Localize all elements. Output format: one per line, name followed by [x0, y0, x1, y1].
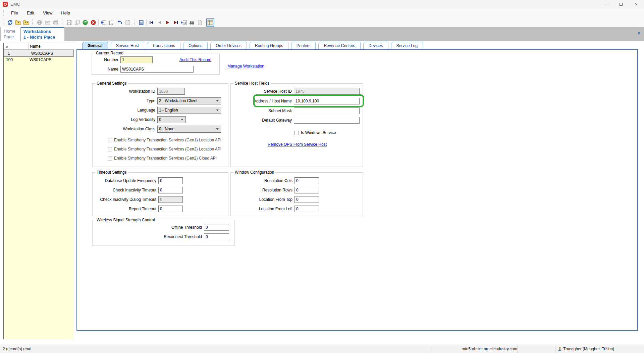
- first-record-icon[interactable]: [148, 18, 156, 27]
- type-select[interactable]: 2 - Workstation Client: [157, 97, 221, 104]
- window-title: EMC: [10, 2, 20, 7]
- menu-edit[interactable]: Edit: [22, 9, 39, 17]
- refresh-icon[interactable]: [6, 18, 14, 27]
- tab-devices[interactable]: Devices: [363, 42, 388, 49]
- chevron-down-icon: [216, 109, 219, 111]
- toolbar-grip-handle[interactable]: [134, 19, 135, 25]
- minimize-button[interactable]: [598, 0, 613, 8]
- number-field[interactable]: 1: [120, 56, 153, 63]
- record-row-100[interactable]: 100 WS01CAPS: [4, 57, 74, 63]
- menu-grip-handle[interactable]: [3, 10, 5, 16]
- tab-routing-groups[interactable]: Routing Groups: [250, 42, 288, 49]
- save-icon: [65, 18, 73, 27]
- logged-in-user-text: Tmeagher (Meagher, Trisha): [563, 347, 614, 351]
- log-verbosity-label: Log Verbosity: [95, 117, 155, 122]
- restore-button[interactable]: [613, 0, 629, 8]
- distribute-icon[interactable]: [100, 18, 108, 27]
- tab-home-page[interactable]: Home Page: [1, 27, 20, 41]
- gen2-cloud-api-checkbox: [108, 156, 112, 161]
- timeout-settings-group: Timeout Settings Database Update Frequen…: [92, 172, 228, 216]
- gen1-location-api-label: Enable Simphony Transaction Services (Ge…: [114, 138, 221, 142]
- tab-order-devices[interactable]: Order Devices: [210, 42, 247, 49]
- location-from-left-field[interactable]: 0: [294, 206, 319, 212]
- goto-record-icon[interactable]: 14: [180, 18, 188, 27]
- location-from-top-field[interactable]: 0: [294, 196, 319, 203]
- remote-icon: [36, 18, 44, 27]
- toolbar-grip-handle[interactable]: [62, 19, 63, 25]
- find-record-icon[interactable]: [188, 18, 196, 27]
- audit-this-record-link[interactable]: Audit This Record: [179, 57, 211, 62]
- address-host-name-field[interactable]: 10.100.9.100: [294, 98, 360, 104]
- location-from-left-label: Location From Left: [233, 207, 292, 211]
- report-timeout-field[interactable]: 0: [158, 206, 183, 212]
- offline-threshold-field[interactable]: 0: [204, 224, 229, 231]
- database-update-frequency-field[interactable]: 0: [158, 177, 183, 184]
- tab-service-host[interactable]: Service Host: [111, 42, 144, 49]
- window-configuration-group: Window Configuration Resolution Cols 0 R…: [230, 172, 363, 216]
- table-view-icon[interactable]: [206, 18, 214, 27]
- menu-help[interactable]: Help: [57, 9, 74, 17]
- tab-revenue-centers[interactable]: Revenue Centers: [318, 42, 360, 49]
- close-button[interactable]: ×: [629, 0, 644, 8]
- record-row-1[interactable]: 1 WS01CAPS: [4, 50, 74, 57]
- reconnect-threshold-field[interactable]: 0: [204, 233, 229, 240]
- undo-icon[interactable]: [116, 18, 124, 27]
- minimize-icon: [604, 4, 607, 4]
- tab-options[interactable]: Options: [183, 42, 208, 49]
- toolbar-separator: [98, 19, 99, 26]
- type-select-value: 2 - Workstation Client: [159, 98, 198, 103]
- log-verbosity-select[interactable]: 0: [157, 116, 186, 123]
- column-header-number[interactable]: #: [4, 43, 28, 49]
- default-gateway-field[interactable]: [294, 117, 360, 124]
- resolution-rows-field[interactable]: 0: [294, 187, 319, 193]
- is-windows-service-checkbox[interactable]: [294, 131, 299, 135]
- name-label: Name: [95, 67, 118, 72]
- module-tab-strip: General Service Host Transactions Option…: [82, 42, 423, 49]
- toolbar-grip-handle[interactable]: [32, 19, 34, 25]
- previous-record-icon: [156, 18, 164, 27]
- records-read-status: 2 record(s) read.: [0, 347, 431, 351]
- name-field[interactable]: WS01CAPS: [120, 66, 194, 73]
- last-record-icon[interactable]: [172, 18, 180, 27]
- log-verbosity-select-value: 0: [159, 117, 161, 122]
- tab-printers[interactable]: Printers: [291, 42, 316, 49]
- language-label: Language: [95, 108, 155, 113]
- tab-workstations[interactable]: Workstations 1 - Nick's Place: [21, 27, 64, 41]
- delete-record-icon[interactable]: [89, 18, 97, 27]
- calculator-icon[interactable]: [137, 18, 145, 27]
- current-record-group: Current Record Number 1 Audit This Recor…: [92, 53, 220, 75]
- timeout-settings-title: Timeout Settings: [95, 170, 128, 175]
- check-inactivity-timeout-field[interactable]: 0: [158, 187, 183, 193]
- tab-home-page-line2: Page: [4, 34, 17, 40]
- status-bar: 2 record(s) read. mtu5-ohsim.oracleindus…: [0, 345, 644, 353]
- close-tab-icon[interactable]: ×: [638, 31, 641, 36]
- toolbar-grip-handle[interactable]: [3, 19, 4, 25]
- remove-ops-link[interactable]: Remove OPS From Service Host: [268, 142, 327, 147]
- goto-record-number: 14: [183, 21, 186, 24]
- chevron-down-icon: [216, 128, 219, 130]
- insert-record-template-icon[interactable]: *: [14, 18, 22, 27]
- workstation-class-select[interactable]: 0 - None: [157, 126, 221, 133]
- post-record-icon[interactable]: [81, 18, 89, 27]
- tab-transactions[interactable]: Transactions: [147, 42, 180, 49]
- copy-record-template-icon[interactable]: **: [22, 18, 30, 27]
- record-number: 1: [5, 51, 30, 56]
- workstation-class-label: Workstation Class: [95, 127, 155, 131]
- title-bar: EMC ×: [0, 0, 644, 8]
- workstation-record-list: # Name 1 WS01CAPS 100 WS01CAPS: [3, 43, 74, 339]
- service-host-fields-title: Service Host Fields: [233, 81, 271, 86]
- manage-workstation-link[interactable]: Manage Workstation: [227, 64, 264, 69]
- emc-window: EMC × File Edit View Help * **: [0, 0, 644, 353]
- resolution-cols-field[interactable]: 0: [294, 177, 319, 184]
- subnet-mask-field[interactable]: [294, 107, 360, 114]
- report-timeout-label: Report Timeout: [95, 207, 156, 211]
- next-record-icon[interactable]: [164, 18, 172, 27]
- gen2-location-api-checkbox: [108, 147, 112, 151]
- tab-service-log[interactable]: Service Log: [391, 42, 423, 49]
- column-header-name[interactable]: Name: [28, 43, 74, 49]
- language-select[interactable]: 1 - English: [157, 107, 221, 114]
- tab-general[interactable]: General: [82, 42, 108, 49]
- menu-file[interactable]: File: [7, 9, 22, 17]
- save-all-icon: [73, 18, 81, 27]
- menu-view[interactable]: View: [39, 9, 57, 17]
